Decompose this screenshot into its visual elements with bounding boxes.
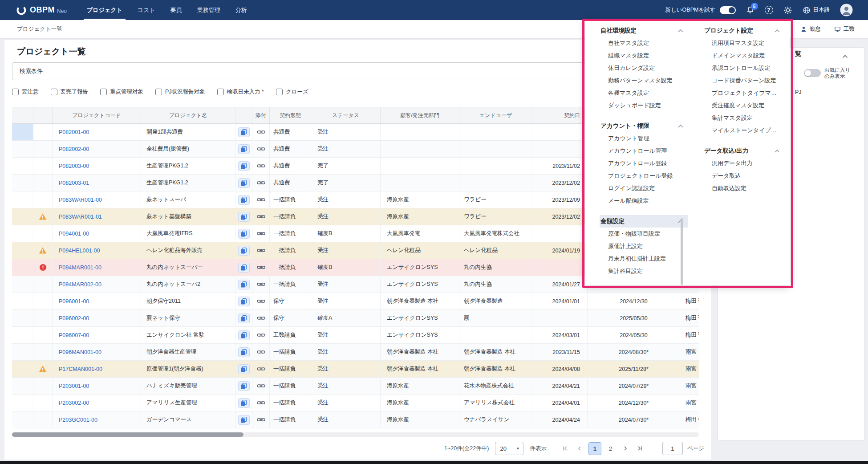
settings-menu-item[interactable]: プロジェクトタイプマ… [703, 87, 784, 99]
obpm-logo[interactable]: OBPM Neo [16, 5, 67, 16]
manhours-button[interactable]: 工数 [834, 25, 855, 33]
language-selector[interactable]: 日本語 [803, 6, 830, 14]
link-icon[interactable] [257, 265, 265, 270]
settings-menu-item[interactable]: ダッシュボード設定 [600, 99, 688, 112]
copy-icon[interactable] [238, 280, 250, 289]
link-icon[interactable] [257, 383, 265, 389]
settings-menu-section-header[interactable]: データ取込/出力 [703, 145, 784, 157]
link-icon[interactable] [257, 214, 265, 220]
nav-tab[interactable]: 業務管理 [190, 0, 228, 20]
checkbox[interactable] [217, 89, 224, 95]
settings-menu-item[interactable]: 承認コントロール設定 [703, 62, 784, 74]
link-icon[interactable] [257, 366, 265, 372]
settings-menu-item[interactable]: コード採番パターン設定 [703, 74, 784, 87]
link-icon[interactable] [257, 298, 265, 304]
copy-icon[interactable] [238, 313, 250, 323]
favorites-only-toggle[interactable] [804, 69, 821, 77]
settings-gear-button[interactable] [783, 6, 792, 15]
checkbox[interactable] [155, 89, 162, 95]
nav-tab[interactable]: プロジェクト [79, 0, 130, 20]
project-code-link[interactable]: P096007-00 [53, 327, 141, 343]
project-code-link[interactable]: P082001-00 [53, 124, 141, 140]
copy-icon[interactable] [238, 246, 250, 256]
settings-menu-section-header[interactable]: アカウント・権限 [600, 120, 688, 132]
settings-menu-item[interactable]: 集計マスタ設定 [703, 112, 784, 124]
project-code-link[interactable]: P203GC001-00 [53, 411, 141, 428]
link-icon[interactable] [257, 129, 265, 135]
settings-menu-item[interactable]: 休日カレンダ設定 [600, 62, 688, 74]
project-code-link[interactable]: P094MAR002-00 [53, 276, 141, 293]
copy-icon[interactable] [238, 347, 250, 357]
settings-menu-section-header[interactable]: プロジェクト設定 [703, 24, 784, 37]
project-code-link[interactable]: P096MAN001-00 [53, 344, 141, 360]
link-icon[interactable] [257, 248, 265, 253]
settings-menu-item[interactable]: 自社マスタ設定 [600, 37, 688, 49]
checkbox[interactable] [51, 89, 57, 95]
project-code-link[interactable]: P082002-00 [53, 141, 141, 157]
header-status[interactable]: ステータス [311, 107, 381, 123]
project-code-link[interactable]: P17CMAN001-00 [53, 361, 141, 377]
copy-icon[interactable] [238, 127, 250, 137]
notifications-button[interactable]: 5 [746, 5, 754, 15]
filter-checkbox-item[interactable]: 要注意 [12, 88, 39, 96]
settings-menu-item[interactable]: 自動取込設定 [703, 182, 784, 195]
header-project-name[interactable]: プロジェクト名 [141, 107, 235, 123]
page-jump-input[interactable] [662, 442, 683, 455]
checkbox[interactable] [100, 89, 107, 95]
project-code-link[interactable]: P203001-00 [53, 378, 141, 394]
page-size-select[interactable]: 20 ▼ [495, 442, 523, 455]
filter-checkbox-item[interactable]: 重点管理対象 [100, 88, 143, 96]
attendance-button[interactable]: 勤怠 [800, 25, 821, 33]
project-code-link[interactable]: P094MAR001-00 [53, 259, 141, 276]
settings-menu-item[interactable]: メール配信設定 [600, 195, 688, 207]
settings-menu-item[interactable]: ドメインマスタ設定 [703, 49, 784, 62]
link-icon[interactable] [257, 146, 265, 152]
help-button[interactable]: ? [765, 6, 773, 14]
copy-icon[interactable] [238, 364, 250, 374]
link-icon[interactable] [257, 400, 265, 406]
menu-scrollbar-thumb[interactable] [681, 218, 683, 285]
settings-menu-item[interactable]: 原価計上設定 [600, 240, 688, 252]
checkbox[interactable] [12, 89, 19, 95]
header-customer[interactable]: 顧客/発注元部門 [381, 107, 459, 123]
copy-icon[interactable] [238, 229, 250, 239]
project-code-link[interactable]: P203002-00 [53, 395, 141, 411]
link-icon[interactable] [257, 180, 265, 186]
nav-tab[interactable]: 分析 [228, 0, 255, 20]
copy-icon[interactable] [238, 178, 250, 188]
project-code-link[interactable]: P096001-00 [53, 293, 141, 309]
link-icon[interactable] [257, 315, 265, 321]
copy-icon[interactable] [238, 398, 250, 408]
settings-menu-item[interactable]: 月末月初仕掛計上設定 [600, 252, 688, 265]
link-icon[interactable] [257, 281, 265, 287]
copy-icon[interactable] [238, 415, 250, 425]
settings-menu-item[interactable]: アカウントロール登録 [600, 157, 688, 170]
settings-menu-item[interactable]: 組織マスタ設定 [600, 49, 688, 62]
project-code-link[interactable]: P083WAR001-01 [53, 208, 141, 225]
page-number-button[interactable]: 1 [588, 442, 601, 455]
horizontal-scrollbar-thumb[interactable] [12, 432, 243, 437]
link-icon[interactable] [257, 231, 265, 236]
settings-menu-item[interactable]: 汎用データ出力 [703, 157, 784, 170]
user-avatar[interactable] [840, 4, 853, 16]
project-code-link[interactable]: P082003-00 [53, 158, 141, 174]
link-icon[interactable] [257, 197, 265, 203]
page-number-button[interactable]: 2 [604, 442, 617, 455]
copy-icon[interactable] [238, 263, 250, 273]
header-project-code[interactable]: プロジェクトコード [53, 107, 141, 123]
link-icon[interactable] [257, 417, 265, 423]
copy-icon[interactable] [238, 381, 250, 391]
settings-menu-item[interactable]: データ取込 [703, 170, 784, 182]
filter-checkbox-item[interactable]: 検収日未入力 * [217, 88, 264, 96]
first-page-button[interactable] [559, 442, 571, 455]
settings-menu-item[interactable]: 各種マスタ設定 [600, 87, 688, 99]
settings-menu-item[interactable]: ログイン認証設定 [600, 182, 688, 195]
breadcrumb[interactable]: プロジェクト一覧 [17, 25, 62, 33]
settings-menu-item[interactable]: 勤務パターンマスタ設定 [600, 74, 688, 87]
settings-menu-item[interactable]: アカウントロール管理 [600, 145, 688, 157]
settings-menu-item[interactable]: 汎用項目マスタ設定 [703, 37, 784, 49]
copy-icon[interactable] [238, 195, 250, 205]
nav-tab[interactable]: 要員 [163, 0, 190, 20]
project-code-link[interactable]: P094001-00 [53, 225, 141, 242]
filter-checkbox-item[interactable]: 要完了報告 [51, 88, 89, 96]
